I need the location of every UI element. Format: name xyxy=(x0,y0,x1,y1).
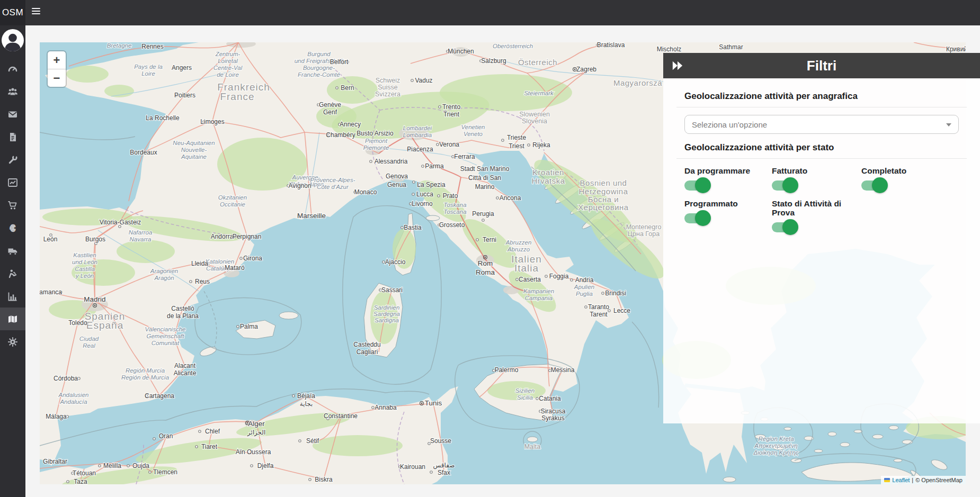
toggle-label: Da programmare xyxy=(684,166,768,175)
toggle-switch[interactable] xyxy=(684,213,709,223)
sidebar-item-tools[interactable] xyxy=(0,148,25,171)
svg-text:Херцеговина: Херцеговина xyxy=(578,203,629,212)
sidebar-item-documents[interactable] xyxy=(0,125,25,148)
sidebar-item-settings[interactable] xyxy=(0,330,25,353)
top-navbar: OSM xyxy=(0,0,980,25)
svg-text:Girona: Girona xyxy=(243,255,262,262)
svg-text:München: München xyxy=(448,48,474,55)
svg-text:Tétouan: Tétouan xyxy=(73,469,96,477)
svg-text:Salamanca: Salamanca xyxy=(40,288,62,296)
sidebar-item-users[interactable] xyxy=(0,80,25,103)
svg-text:Caserta: Caserta xyxy=(519,276,541,283)
sidebar-item-analytics[interactable] xyxy=(0,171,25,194)
svg-text:Andalusien: Andalusien xyxy=(58,392,89,398)
svg-text:Mataró: Mataró xyxy=(225,264,245,272)
svg-text:Ferrara: Ferrara xyxy=(454,153,475,160)
svg-text:La Rochelle: La Rochelle xyxy=(146,114,180,122)
user-avatar[interactable] xyxy=(1,29,24,52)
svg-text:Catania: Catania xyxy=(539,395,561,402)
svg-text:Burgos: Burgos xyxy=(85,236,105,243)
svg-text:Real: Real xyxy=(83,342,95,349)
svg-text:Aquitaine: Aquitaine xyxy=(181,153,207,160)
section-title-anagrafica: Geolocalizzazione attività per anagrafic… xyxy=(684,91,959,102)
svg-text:Sizilien: Sizilien xyxy=(515,387,534,394)
svg-text:de la Plana: de la Plana xyxy=(167,312,199,320)
svg-text:Brindisi: Brindisi xyxy=(605,290,626,297)
sidebar-item-logistics[interactable] xyxy=(0,239,25,262)
svg-text:Terni: Terni xyxy=(483,236,496,243)
sidebar-item-billing[interactable]: € xyxy=(0,216,25,239)
svg-text:France: France xyxy=(220,91,254,102)
svg-text:Navarra: Navarra xyxy=(130,236,152,242)
svg-text:Cartagena: Cartagena xyxy=(145,392,174,400)
svg-text:Piemont: Piemont xyxy=(365,138,388,144)
svg-text:Sardegna: Sardegna xyxy=(373,311,400,317)
section-rule xyxy=(676,107,967,107)
svg-text:Perugia: Perugia xyxy=(472,210,494,218)
svg-text:Centre-Val: Centre-Val xyxy=(213,65,243,71)
svg-text:Lombardei: Lombardei xyxy=(403,125,432,131)
svg-text:Tlemcen: Tlemcen xyxy=(153,468,177,476)
zoom-control: + − xyxy=(48,51,66,87)
svg-text:Sardigna: Sardigna xyxy=(375,317,399,323)
sidebar-item-worksite[interactable] xyxy=(0,262,25,285)
collapse-panel-icon[interactable] xyxy=(672,60,683,71)
svg-text:Alicante: Alicante xyxy=(174,369,197,377)
svg-text:Béjaïa: Béjaïa xyxy=(297,392,315,400)
sidebar-item-map[interactable] xyxy=(0,308,25,330)
filters-panel: Filtri Geolocalizzazione attività per an… xyxy=(663,53,980,423)
svg-text:Rennes: Rennes xyxy=(141,43,163,50)
svg-text:León: León xyxy=(43,236,58,243)
svg-text:Sassari: Sassari xyxy=(381,286,403,294)
svg-text:Tunis: Tunis xyxy=(425,399,442,407)
svg-text:Bastia: Bastia xyxy=(404,224,422,231)
svg-text:Kastilien: Kastilien xyxy=(73,252,96,258)
toggle-item: Fatturato xyxy=(772,166,861,191)
sidebar-toggle-icon[interactable] xyxy=(32,8,41,17)
zoom-out-button[interactable]: − xyxy=(48,69,66,87)
toggle-knob xyxy=(782,219,798,235)
leaflet-link[interactable]: Leaflet xyxy=(892,477,910,483)
svg-text:Lombardia: Lombardia xyxy=(403,132,432,138)
toggle-label: Fatturato xyxy=(772,166,856,175)
anagrafica-select[interactable]: Seleziona un'opzione xyxy=(684,115,959,134)
app-brand[interactable]: OSM xyxy=(0,0,25,25)
envelope-icon xyxy=(7,109,18,120)
svg-text:Neu-Aquitanien: Neu-Aquitanien xyxy=(173,140,215,146)
toggle-switch[interactable] xyxy=(772,222,796,232)
toggle-knob xyxy=(695,177,711,193)
svg-text:Chlef: Chlef xyxy=(205,428,220,435)
svg-text:بجاية: بجاية xyxy=(300,400,313,408)
svg-text:Suisse: Suisse xyxy=(378,84,398,91)
svg-text:Slowenien: Slowenien xyxy=(519,111,550,118)
svg-text:Schweiz: Schweiz xyxy=(376,77,400,84)
svg-text:Trento: Trento xyxy=(442,103,461,111)
toggle-switch[interactable] xyxy=(772,180,796,191)
svg-text:Venetien: Venetien xyxy=(461,124,485,130)
svg-text:Burgund: Burgund xyxy=(307,51,331,57)
svg-text:Sicilia: Sicilia xyxy=(517,394,533,401)
sidebar-item-dashboard[interactable] xyxy=(0,57,25,80)
svg-text:Melilla: Melilla xyxy=(103,462,121,469)
svg-text:Alger: Alger xyxy=(248,420,265,428)
sidebar-item-orders[interactable] xyxy=(0,194,25,216)
svg-text:Apulien: Apulien xyxy=(574,284,594,290)
sidebar-item-reports[interactable] xyxy=(0,285,25,308)
cart-icon xyxy=(7,200,18,211)
svg-text:Annaba: Annaba xyxy=(375,404,397,411)
svg-text:Biskra: Biskra xyxy=(315,476,333,483)
toggle-switch[interactable] xyxy=(684,180,709,191)
sidebar-item-messages[interactable] xyxy=(0,103,25,125)
zoom-in-button[interactable]: + xyxy=(48,51,66,69)
svg-text:Castilla: Castilla xyxy=(75,266,95,272)
wrench-icon xyxy=(7,155,18,165)
toggle-switch[interactable] xyxy=(861,180,886,191)
svg-text:de Loire: de Loire xyxy=(217,71,239,78)
svg-text:Oujda: Oujda xyxy=(132,462,149,469)
svg-text:Malta: Malta xyxy=(524,443,541,450)
svg-text:Nouvelle-: Nouvelle- xyxy=(181,147,207,153)
chart-line-icon xyxy=(7,177,18,188)
map-attribution: Leaflet | © OpenStreetMap xyxy=(881,476,966,484)
svg-text:Sathmar: Sathmar xyxy=(719,43,743,51)
section-rule xyxy=(676,158,967,159)
